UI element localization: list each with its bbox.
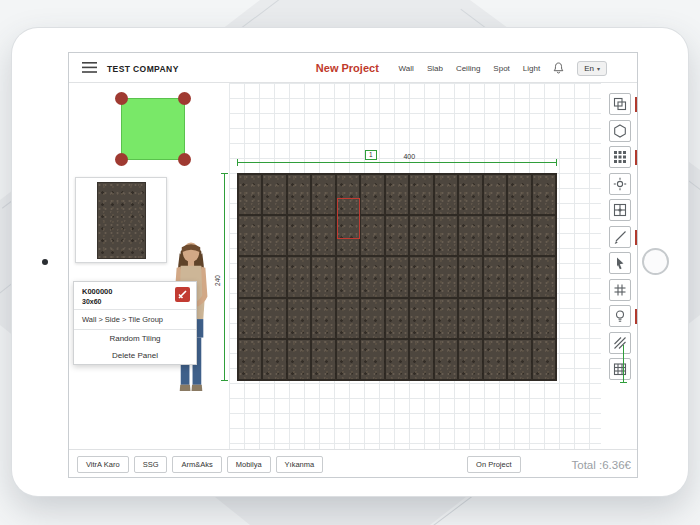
wall-tile[interactable]	[287, 256, 311, 297]
wall-tile[interactable]	[238, 215, 262, 256]
menu-button[interactable]	[82, 62, 97, 73]
wall-tile[interactable]	[262, 174, 286, 215]
notifications-button[interactable]	[553, 62, 564, 75]
wall-tile[interactable]	[532, 256, 556, 297]
wall-tile[interactable]	[262, 339, 286, 380]
tile-swatch-card[interactable]	[75, 177, 167, 263]
wall-tile[interactable]	[262, 256, 286, 297]
wall-tile[interactable]	[532, 298, 556, 339]
plan-corner-handle[interactable]	[178, 153, 191, 166]
design-canvas[interactable]: 1 400	[229, 83, 601, 449]
wall-tile[interactable]	[532, 215, 556, 256]
tile-wall[interactable]	[237, 173, 557, 381]
wall-tile[interactable]	[507, 256, 531, 297]
wall-tile[interactable]	[385, 215, 409, 256]
wall-tile[interactable]	[238, 298, 262, 339]
tab-ssg[interactable]: SSG	[134, 456, 168, 473]
plan-corner-handle[interactable]	[178, 92, 191, 105]
wall-tile[interactable]	[360, 174, 384, 215]
tab-yikanma[interactable]: Yıkanma	[276, 456, 324, 473]
wall-tile[interactable]	[483, 174, 507, 215]
wall-tile[interactable]	[287, 215, 311, 256]
plan-corner-handle[interactable]	[115, 92, 128, 105]
wall-tile[interactable]	[311, 174, 335, 215]
wall-tile[interactable]	[532, 339, 556, 380]
wall-tile[interactable]	[483, 339, 507, 380]
wall-tile[interactable]	[483, 256, 507, 297]
wall-tile[interactable]	[287, 174, 311, 215]
wall-tile[interactable]	[360, 339, 384, 380]
wall-tile[interactable]	[311, 256, 335, 297]
wall-tile[interactable]	[483, 215, 507, 256]
wall-tile[interactable]	[507, 339, 531, 380]
wall-tile[interactable]	[458, 215, 482, 256]
wall-tile[interactable]	[385, 298, 409, 339]
wall-tile[interactable]	[458, 339, 482, 380]
wall-tile[interactable]	[434, 174, 458, 215]
wall-tile[interactable]	[311, 339, 335, 380]
wall-tile[interactable]	[262, 215, 286, 256]
wall-tile[interactable]	[532, 174, 556, 215]
wall-tile[interactable]	[483, 298, 507, 339]
wall-tile[interactable]	[336, 256, 360, 297]
wall-tile[interactable]	[360, 215, 384, 256]
language-button[interactable]: En ▾	[577, 61, 607, 76]
bulb-button[interactable]	[609, 305, 631, 327]
wall-tile[interactable]	[434, 298, 458, 339]
wall-tile[interactable]	[311, 298, 335, 339]
nav-item-ceiling[interactable]: Ceiling	[456, 64, 480, 73]
wall-tile[interactable]	[409, 339, 433, 380]
wall-tile[interactable]	[434, 215, 458, 256]
wall-tile[interactable]	[434, 339, 458, 380]
layers-button[interactable]	[609, 93, 631, 115]
wall-tile[interactable]	[434, 256, 458, 297]
wall-tile[interactable]	[409, 174, 433, 215]
wall-tile[interactable]	[458, 298, 482, 339]
tab-vitra-karo[interactable]: VitrA Karo	[77, 456, 129, 473]
wall-tile[interactable]	[507, 298, 531, 339]
mosaic-button[interactable]	[609, 146, 631, 168]
wall-tile[interactable]	[360, 298, 384, 339]
diagonal-pattern-button[interactable]	[609, 332, 631, 354]
wall-tile[interactable]	[238, 256, 262, 297]
nav-item-slab[interactable]: Slab	[427, 64, 443, 73]
wall-tile[interactable]	[385, 256, 409, 297]
calendar-grid-button[interactable]	[609, 358, 631, 380]
nav-item-light[interactable]: Light	[523, 64, 540, 73]
nav-item-wall[interactable]: Wall	[399, 64, 414, 73]
on-project-button[interactable]: On Project	[467, 456, 520, 473]
wall-tile[interactable]	[287, 298, 311, 339]
wall-tile[interactable]	[385, 174, 409, 215]
wall-tile[interactable]	[409, 298, 433, 339]
tablet-home-button[interactable]	[642, 248, 669, 275]
wall-tile[interactable]	[311, 215, 335, 256]
tab-arm-aks[interactable]: Arm&Aks	[172, 456, 221, 473]
wall-tile[interactable]	[238, 174, 262, 215]
menu-item-random-tiling[interactable]: Random Tiling	[74, 330, 196, 347]
nav-item-spot[interactable]: Spot	[493, 64, 509, 73]
wall-tile[interactable]	[409, 215, 433, 256]
wall-tile[interactable]	[287, 339, 311, 380]
wall-tile[interactable]	[409, 256, 433, 297]
wall-tile[interactable]	[507, 174, 531, 215]
wall-tile[interactable]	[458, 256, 482, 297]
wall-tile[interactable]	[458, 174, 482, 215]
menu-item-delete-panel[interactable]: Delete Panel	[74, 347, 196, 364]
wall-tile[interactable]	[507, 215, 531, 256]
tile-breadcrumb[interactable]: Wall > Side > Tile Group	[74, 310, 196, 329]
cursor-button[interactable]	[609, 252, 631, 274]
window-grid-button[interactable]	[609, 279, 631, 301]
wall-tile[interactable]	[385, 339, 409, 380]
tab-mobilya[interactable]: Mobilya	[227, 456, 271, 473]
hexagon-button[interactable]	[609, 120, 631, 142]
pen-button[interactable]	[609, 226, 631, 248]
plan-corner-handle[interactable]	[115, 153, 128, 166]
wall-tile[interactable]	[262, 298, 286, 339]
wall-tile[interactable]	[336, 339, 360, 380]
wall-tile[interactable]	[238, 339, 262, 380]
wall-tile[interactable]	[360, 256, 384, 297]
sun-button[interactable]	[609, 173, 631, 195]
grid-target-button[interactable]	[609, 199, 631, 221]
wall-tile[interactable]	[336, 298, 360, 339]
room-plan-shape[interactable]	[121, 98, 185, 160]
